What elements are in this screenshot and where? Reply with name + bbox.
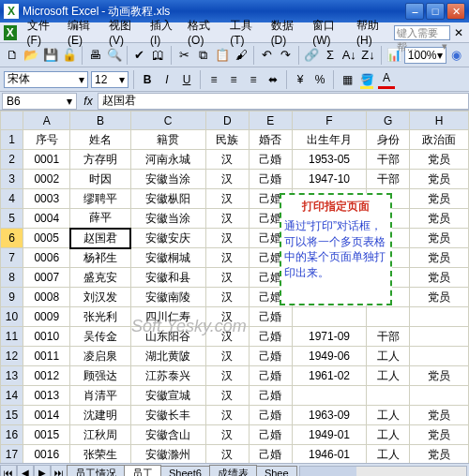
cell[interactable]: 党员 (410, 425, 469, 445)
cell[interactable]: 0002 (23, 170, 70, 189)
cell[interactable]: 沈建明 (70, 406, 130, 425)
cell[interactable]: 党员 (410, 248, 469, 268)
cell[interactable]: 山东阳谷 (130, 327, 205, 347)
currency-button[interactable]: ¥ (292, 70, 309, 89)
sheet-tab[interactable]: 成绩表 (209, 465, 257, 477)
sheet-tab[interactable]: Sheet6 (160, 466, 210, 476)
row-header[interactable]: 6 (1, 229, 23, 248)
cell[interactable]: 0009 (23, 307, 70, 327)
close-button[interactable]: ✕ (446, 3, 465, 20)
open-icon[interactable]: 📂 (23, 45, 39, 66)
cell[interactable]: 0010 (23, 327, 70, 347)
row-header[interactable]: 1 (1, 130, 23, 150)
col-header[interactable]: E (249, 112, 292, 130)
cell[interactable]: 己婚 (249, 170, 292, 189)
row-header[interactable]: 17 (1, 445, 23, 464)
cell[interactable]: 干部 (367, 170, 410, 189)
cell[interactable]: 0003 (23, 189, 70, 209)
cell[interactable]: 安徽含山 (130, 425, 205, 445)
cell[interactable]: 张光利 (70, 307, 130, 327)
cell[interactable]: 党员 (410, 170, 469, 189)
redo-icon[interactable]: ↷ (277, 45, 294, 66)
sum-icon[interactable]: Σ (322, 45, 339, 66)
cell[interactable]: 党员 (410, 288, 469, 307)
cell[interactable]: 安徽和县 (130, 268, 205, 288)
row-header[interactable]: 10 (1, 307, 23, 327)
maximize-button[interactable]: □ (426, 3, 445, 20)
copy-icon[interactable]: ⧉ (194, 45, 211, 66)
cell[interactable]: 1949-01 (292, 425, 366, 445)
worksheet-grid[interactable]: ABCDEFGH1序号姓名籍贯民族婚否出生年月身份政治面20001方存明河南永城… (0, 111, 469, 463)
font-name-combo[interactable]: 宋体▾ (4, 71, 88, 88)
cell[interactable]: 1947-10 (292, 170, 366, 189)
cell[interactable]: 汉 (205, 248, 249, 268)
cell[interactable] (367, 307, 410, 327)
cell[interactable]: 四川仁寿 (130, 307, 205, 327)
help-icon[interactable]: ◉ (448, 45, 465, 66)
cell[interactable]: 1949-06 (292, 347, 366, 366)
cell[interactable]: 汉 (205, 425, 249, 445)
col-header[interactable]: C (130, 112, 205, 130)
cell[interactable]: 刘汉发 (70, 288, 130, 307)
cell[interactable]: 吴传金 (70, 327, 130, 347)
col-header[interactable]: A (23, 112, 70, 130)
cell[interactable]: 汉 (205, 327, 249, 347)
header-cell[interactable]: 姓名 (70, 130, 130, 150)
hyperlink-icon[interactable]: 🔗 (302, 45, 319, 66)
cell[interactable]: 河南永城 (130, 150, 205, 170)
align-center-button[interactable]: ≡ (225, 70, 242, 89)
row-header[interactable]: 16 (1, 425, 23, 445)
fill-color-button[interactable]: 🪣 (358, 70, 375, 89)
cell[interactable]: 党员 (410, 366, 469, 386)
cell[interactable]: 0001 (23, 150, 70, 170)
minimize-button[interactable]: ‒ (405, 3, 424, 20)
cell[interactable]: 汉 (205, 445, 249, 464)
cell[interactable]: 党员 (410, 150, 469, 170)
font-color-button[interactable]: A (378, 70, 395, 89)
row-header[interactable]: 11 (1, 327, 23, 347)
cell[interactable]: 安徽当涂 (130, 209, 205, 229)
col-header[interactable]: F (292, 112, 366, 130)
align-right-button[interactable]: ≡ (245, 70, 262, 89)
cell[interactable]: 0005 (23, 229, 70, 248)
cell[interactable]: 盛克安 (70, 268, 130, 288)
cell[interactable]: 赵国君 (70, 229, 130, 248)
underline-button[interactable]: U (178, 70, 195, 89)
cell[interactable]: 己婚 (249, 327, 292, 347)
col-header[interactable]: B (70, 112, 130, 130)
cell[interactable]: 汉 (205, 366, 249, 386)
permission-icon[interactable]: 🔓 (61, 45, 78, 66)
sheet-tab[interactable]: Shee (256, 466, 297, 476)
header-cell[interactable]: 婚否 (249, 130, 292, 150)
row-header[interactable]: 2 (1, 150, 23, 170)
cell[interactable]: 0012 (23, 366, 70, 386)
cell[interactable]: 0006 (23, 248, 70, 268)
align-left-button[interactable]: ≡ (205, 70, 222, 89)
cell[interactable]: 党员 (410, 445, 469, 464)
cell[interactable]: 1961-02 (292, 366, 366, 386)
format-painter-icon[interactable]: 🖌 (233, 45, 250, 66)
cell[interactable]: 安徽宣城 (130, 386, 205, 406)
sort-desc-icon[interactable]: Z↓ (359, 45, 376, 66)
cell[interactable]: 汉 (205, 229, 249, 248)
print-icon[interactable]: 🖶 (86, 45, 103, 66)
row-header[interactable]: 5 (1, 209, 23, 229)
cell[interactable]: 己婚 (249, 406, 292, 425)
row-header[interactable]: 15 (1, 406, 23, 425)
print-preview-icon[interactable]: 🔍 (105, 45, 122, 66)
cell[interactable]: 顾强达 (70, 366, 130, 386)
cell[interactable]: 张荣生 (70, 445, 130, 464)
sheet-tab-active[interactable]: 员工 (124, 465, 161, 477)
cell[interactable]: 汉 (205, 170, 249, 189)
cell[interactable]: 时因 (70, 170, 130, 189)
research-icon[interactable]: 🕮 (150, 45, 167, 66)
cell[interactable]: 党员 (410, 229, 469, 248)
cell[interactable]: 肖清平 (70, 386, 130, 406)
cell[interactable]: 安徽长丰 (130, 406, 205, 425)
tab-first-button[interactable]: ⏮ (0, 465, 17, 477)
cell[interactable]: 0011 (23, 347, 70, 366)
cell[interactable] (410, 386, 469, 406)
header-cell[interactable]: 序号 (23, 130, 70, 150)
cell[interactable]: 1953-05 (292, 150, 366, 170)
formula-input[interactable]: 赵国君 (98, 93, 469, 110)
